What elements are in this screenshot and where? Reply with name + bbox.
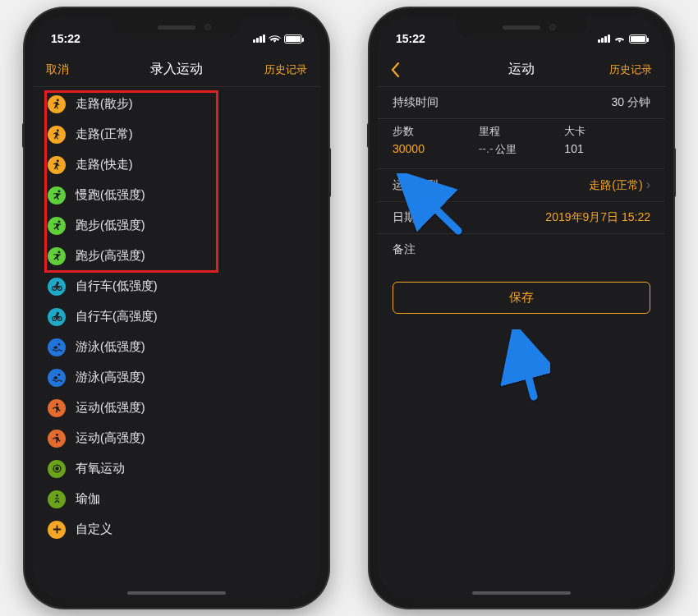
type-label: 运动类型: [393, 178, 439, 193]
svg-point-17: [55, 467, 57, 470]
walk-icon: [48, 156, 66, 174]
battery-icon: [284, 34, 302, 44]
calories-cell[interactable]: 大卡 101: [564, 124, 650, 157]
calories-label: 大卡: [564, 124, 650, 139]
date-row[interactable]: 日期 2019年9月7日 15:22: [378, 202, 665, 234]
cancel-button[interactable]: 取消: [46, 62, 95, 77]
exercise-type-item[interactable]: 自定义: [33, 514, 320, 545]
annotation-arrow-save: [501, 329, 550, 407]
svg-point-18: [56, 494, 58, 497]
exercise-type-item[interactable]: 自行车(高强度): [33, 301, 320, 332]
duration-value: 30 分钟: [612, 95, 650, 110]
exercise-type-item[interactable]: 游泳(低强度): [33, 332, 320, 362]
exercise-type-item[interactable]: 走路(快走): [33, 149, 320, 180]
walk-icon: [48, 95, 66, 113]
statusbar-time: 15:22: [51, 32, 80, 45]
exercise-type-item[interactable]: 走路(正常): [33, 119, 320, 149]
wifi-icon: [613, 34, 626, 44]
exercise-type-label: 有氧运动: [76, 461, 125, 476]
statusbar-icons: [598, 34, 647, 44]
exercise-type-label: 游泳(低强度): [76, 339, 145, 355]
history-button[interactable]: 历史记录: [603, 62, 652, 77]
exercise-type-item[interactable]: 有氧运动: [33, 453, 320, 484]
target-icon: [48, 460, 66, 478]
distance-cell[interactable]: 里程 --.-公里: [479, 124, 565, 157]
exercise-type-label: 瑜伽: [76, 491, 100, 507]
exercise-type-label: 运动(低强度): [76, 400, 145, 416]
history-button[interactable]: 历史记录: [258, 62, 307, 77]
exercise-type-item[interactable]: 运动(高强度): [33, 423, 320, 453]
type-row[interactable]: 运动类型 走路(正常)›: [378, 169, 665, 202]
svg-point-13: [57, 374, 60, 376]
swim-icon: [48, 369, 66, 387]
type-value: 走路(正常): [589, 178, 642, 191]
steps-cell[interactable]: 步数 30000: [393, 124, 479, 157]
exercise-type-item[interactable]: 慢跑(低强度): [33, 180, 320, 210]
run-icon: [48, 247, 66, 265]
calories-value: 101: [564, 142, 650, 155]
chevron-right-icon: ›: [646, 177, 650, 191]
svg-point-2: [56, 160, 58, 163]
screen-left: 15:22 取消 录入运动 历史记录 走路(散步)走路(正常)走路(快走)慢跑(…: [33, 16, 320, 600]
svg-point-15: [56, 434, 58, 436]
exercise-type-label: 自行车(高强度): [76, 309, 158, 324]
exercise-type-label: 走路(散步): [76, 96, 133, 112]
phone-frame-left: 15:22 取消 录入运动 历史记录 走路(散步)走路(正常)走路(快走)慢跑(…: [25, 8, 328, 608]
stats-row: 步数 30000 里程 --.-公里 大卡 101: [378, 119, 665, 169]
navbar-right: 运动 历史记录: [378, 53, 665, 87]
exercise-type-label: 自定义: [76, 522, 113, 537]
svg-point-5: [57, 251, 60, 254]
page-title: 运动: [508, 61, 535, 78]
svg-point-11: [57, 312, 58, 314]
exercise-type-item[interactable]: 跑步(高强度): [33, 241, 320, 271]
bike-icon: [48, 278, 66, 296]
exercise-type-label: 游泳(高强度): [76, 370, 145, 385]
exercise-type-label: 自行车(低强度): [76, 278, 158, 294]
exercise-type-list[interactable]: 走路(散步)走路(正常)走路(快走)慢跑(低强度)跑步(低强度)跑步(高强度)自…: [33, 87, 320, 580]
wifi-icon: [269, 34, 281, 44]
exercise-form: 持续时间 30 分钟 步数 30000 里程 --.-公里 大卡 101 运动类…: [378, 87, 665, 580]
exercise-type-item[interactable]: 瑜伽: [33, 484, 320, 514]
plus-icon: [48, 521, 66, 539]
svg-point-12: [57, 343, 60, 346]
exercise-type-label: 走路(正常): [76, 126, 133, 142]
back-button[interactable]: [391, 62, 440, 76]
distance-value: --.-公里: [479, 142, 565, 157]
svg-point-3: [57, 191, 60, 193]
exercise-type-label: 跑步(高强度): [76, 248, 145, 264]
statusbar-icons: [253, 34, 302, 44]
page-title: 录入运动: [150, 61, 203, 78]
notch: [456, 16, 587, 38]
navbar-left: 取消 录入运动 历史记录: [33, 53, 320, 87]
exercise-type-item[interactable]: 游泳(高强度): [33, 362, 320, 393]
svg-point-14: [56, 403, 58, 406]
exercise-type-item[interactable]: 跑步(低强度): [33, 210, 320, 241]
date-value: 2019年9月7日 15:22: [545, 210, 650, 225]
signal-icon: [598, 34, 610, 43]
exercise-icon: [48, 430, 66, 448]
run-icon: [48, 186, 66, 205]
home-indicator[interactable]: [472, 591, 571, 595]
notch: [111, 16, 242, 38]
save-button[interactable]: 保存: [393, 282, 650, 314]
swim-icon: [48, 338, 66, 356]
svg-point-8: [57, 282, 58, 283]
exercise-type-item[interactable]: 自行车(低强度): [33, 271, 320, 301]
exercise-type-item[interactable]: 运动(低强度): [33, 393, 320, 423]
steps-label: 步数: [393, 124, 479, 139]
svg-point-0: [56, 99, 58, 102]
date-label: 日期: [393, 210, 416, 225]
note-row[interactable]: 备注: [378, 234, 665, 265]
duration-row[interactable]: 持续时间 30 分钟: [378, 87, 665, 119]
exercise-type-label: 运动(高强度): [76, 430, 145, 446]
bike-icon: [48, 308, 66, 326]
duration-label: 持续时间: [393, 95, 439, 110]
exercise-type-label: 走路(快走): [76, 157, 133, 172]
run-icon: [48, 217, 66, 235]
note-label: 备注: [393, 242, 416, 257]
steps-value: 30000: [393, 142, 479, 155]
home-indicator[interactable]: [127, 591, 226, 595]
distance-label: 里程: [479, 124, 565, 139]
exercise-icon: [48, 399, 66, 417]
exercise-type-item[interactable]: 走路(散步): [33, 89, 320, 119]
